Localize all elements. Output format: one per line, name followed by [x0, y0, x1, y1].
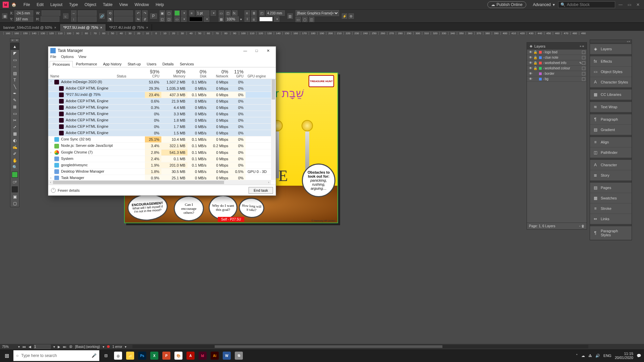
menu-object[interactable]: Object	[81, 2, 100, 7]
col-gpu[interactable]: 11%GPU	[230, 67, 246, 79]
panel-story[interactable]: ≣Story	[590, 170, 632, 181]
panel-object-styles[interactable]: ▭Object Styles	[590, 67, 632, 77]
document-tab[interactable]: banner_594x210.indd @ 50%×	[0, 24, 60, 31]
process-row[interactable]: Adobe CEP HTML Engine0.3%4.4 MB0 MB/s0 M…	[48, 104, 276, 111]
tm-tab-services[interactable]: Services	[177, 61, 197, 67]
tray-chevron-icon[interactable]: ˄	[576, 354, 578, 358]
tm-tab-app-history[interactable]: App history	[100, 61, 124, 67]
tm-tab-processes[interactable]: Processes	[50, 61, 73, 67]
horizontal-scrollbar[interactable]: ‹›	[48, 180, 271, 185]
pencil-tool[interactable]: ✎	[10, 97, 19, 104]
scale-x-input[interactable]	[78, 10, 97, 16]
process-row[interactable]: *P27.5U.indd @ 75%23.4%437.3 MB0.1 MB/s0…	[48, 92, 276, 98]
arrange-front-icon[interactable]: ▣	[160, 10, 165, 16]
hand-tool[interactable]: ✋	[10, 157, 19, 164]
tm-menu-file[interactable]: File	[50, 55, 56, 61]
menu-layout[interactable]: Layout	[47, 2, 66, 7]
select-container-icon[interactable]: ◱	[160, 16, 165, 22]
col-network[interactable]: 0%Network	[209, 67, 230, 79]
arrange-back-icon[interactable]: ▢	[166, 10, 172, 16]
p-icon[interactable]: P	[150, 13, 157, 19]
selection-tool[interactable]: ▲	[10, 43, 19, 50]
close-button[interactable]: ✕	[262, 47, 274, 54]
tm-menu-options[interactable]: Options	[61, 55, 74, 61]
close-icon[interactable]: ×	[100, 26, 102, 29]
panel-character[interactable]: ACharacter	[590, 160, 632, 170]
corner-input[interactable]	[266, 10, 285, 16]
next-page-icon[interactable]: ▶	[58, 345, 60, 349]
panel-character-styles[interactable]: ACharacter Styles	[590, 77, 632, 87]
document-tab[interactable]: *P27.4U.indd @ 75%×	[106, 24, 152, 31]
shear-input[interactable]	[114, 16, 133, 22]
visibility-icon[interactable]: 👁	[528, 61, 533, 65]
corner-shape-dropdown[interactable]	[274, 16, 279, 22]
panel-paragraph-styles[interactable]: ¶Paragraph Styles	[590, 226, 632, 240]
task-view-button[interactable]: ⊟	[100, 349, 112, 362]
rectangle-tool[interactable]: ▭	[10, 110, 19, 117]
panel-gradient[interactable]: ▤Gradient	[590, 125, 632, 135]
lock-icon[interactable]: 🔒	[533, 66, 538, 70]
workspace-switcher[interactable]: Advanced ▾	[530, 2, 558, 7]
last-page-icon[interactable]: ⏭	[63, 345, 66, 349]
visibility-icon[interactable]: 👁	[528, 66, 533, 70]
layer-row[interactable]: 👁🔒›worksheet colour	[527, 66, 587, 71]
distribute-v-icon[interactable]: ⫼	[251, 16, 257, 22]
taskbar-search[interactable]: ○ Type here to search 🎤	[13, 350, 99, 361]
col-memory[interactable]: 90%Memory	[161, 67, 187, 79]
onedrive-icon[interactable]: ☁	[581, 354, 585, 358]
document-tab[interactable]: *P27.5U.indd @ 75%×	[60, 24, 106, 31]
line-tool[interactable]: ╲	[10, 83, 19, 90]
page-input[interactable]	[34, 345, 51, 349]
menu-file[interactable]: File	[20, 2, 33, 7]
distribute-h-icon[interactable]: ⫴	[245, 16, 250, 22]
tm-tab-users[interactable]: Users	[144, 61, 160, 67]
maximize-button[interactable]: □	[251, 47, 262, 54]
process-row[interactable]: Adobe CEP HTML Engine0%1.8 MB0 MB/s0 Mbp…	[48, 117, 276, 124]
wrap-none-icon[interactable]: ▭	[219, 10, 224, 16]
error-count[interactable]: 1 error	[112, 345, 122, 349]
menu-edit[interactable]: Edit	[33, 2, 47, 7]
taskbar-app-explorer[interactable]: 📁	[124, 349, 136, 362]
fill-dropdown[interactable]	[181, 10, 186, 16]
col-name[interactable]: Name	[50, 74, 113, 78]
process-row[interactable]: Adobe CEP HTML Engine0%1.7 MB0 MB/s0 Mbp…	[48, 124, 276, 130]
reference-point-icon[interactable]: ▦	[2, 13, 7, 19]
process-row[interactable]: Adobe CEP HTML Engine0%3.3 MB0 MB/s0 Mbp…	[48, 111, 276, 117]
panel-text-wrap[interactable]: ≋Text Wrap	[590, 102, 632, 112]
panel-pathfinder[interactable]: ◫Pathfinder	[590, 147, 632, 158]
taskbar-app-powerpoint[interactable]: P	[160, 349, 172, 362]
visibility-icon[interactable]: 👁	[528, 50, 533, 54]
panel-effects[interactable]: fxEffects	[590, 56, 632, 67]
lock-icon[interactable]: 🔒	[533, 61, 538, 65]
menu-window[interactable]: Window	[131, 2, 152, 7]
obj-opt2-icon[interactable]: ▢	[302, 17, 308, 22]
layer-target-icon[interactable]	[582, 51, 585, 54]
visibility-icon[interactable]: 👁	[528, 77, 533, 81]
quick-apply-icon[interactable]: ⚡	[342, 13, 347, 19]
chevron-down-icon[interactable]: ▾	[240, 17, 242, 21]
task-manager-titlebar[interactable]: Task Manager — □ ✕	[48, 47, 276, 55]
col-disk[interactable]: 0%Disk	[187, 67, 209, 79]
layer-row[interactable]: 👁🔒›worksheet info✎	[527, 60, 587, 66]
panel-pages[interactable]: ▤Pages	[590, 183, 632, 193]
publish-online-button[interactable]: ☁ Publish Online	[487, 1, 526, 8]
close-icon[interactable]: ×	[629, 40, 630, 43]
notifications-icon[interactable]: 💬	[637, 354, 641, 358]
page-tool[interactable]: ▭	[10, 57, 19, 63]
menu-table[interactable]: Table	[100, 2, 116, 7]
col-status[interactable]: Status	[117, 74, 143, 78]
w-input[interactable]	[42, 10, 60, 16]
taskbar-app-word[interactable]: W	[221, 349, 233, 362]
stroke-weight-dropdown[interactable]	[211, 10, 216, 16]
panel-cc-libraries[interactable]: ▦CC Libraries	[590, 89, 632, 100]
obj-opt3-icon[interactable]: ◫	[309, 17, 314, 22]
tm-tab-performance[interactable]: Performance	[73, 61, 100, 67]
panel-stroke[interactable]: ≡Stroke	[590, 203, 632, 214]
process-row[interactable]: Core Sync (32 bit)25.1%10.4 MB0.1 MB/s0 …	[48, 136, 276, 143]
stroke-swatch[interactable]: ▭	[174, 16, 180, 22]
scale-y-input[interactable]	[78, 16, 97, 22]
zoom-tool[interactable]: 🔍	[10, 164, 19, 171]
tm-menu-view[interactable]: View	[78, 55, 87, 61]
visibility-icon[interactable]: 👁	[528, 56, 533, 59]
object-style-select[interactable]: [Basic Graphics Frame]+	[296, 10, 339, 16]
